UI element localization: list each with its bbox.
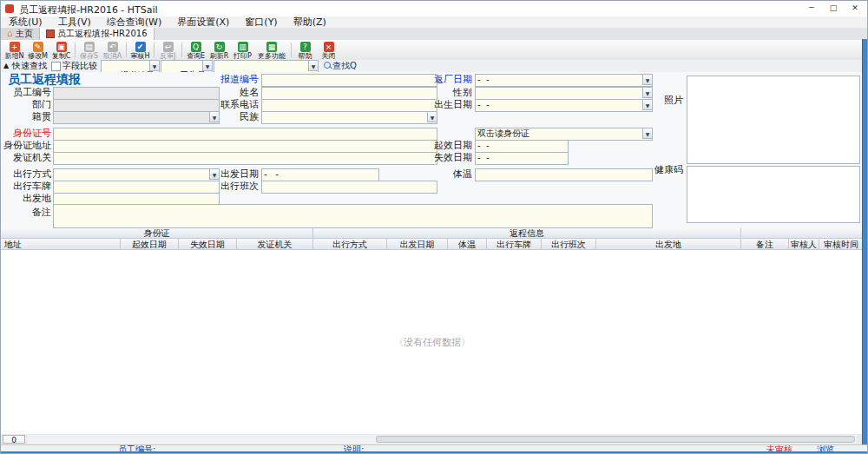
column-header-departure-place[interactable]: 出发地 [596,239,741,250]
valid-to-value: - - [477,153,490,162]
trip-number-label: 出行班次 [201,181,259,192]
chevron-down-icon[interactable]: ▼ [642,74,653,85]
column-header-trip-number[interactable]: 出行班次 [542,239,596,250]
horizontal-scrollbar-thumb[interactable] [376,436,855,443]
valid-from-label: 起效日期 [414,140,472,151]
column-header-valid-from[interactable]: 起效日期 [121,239,179,250]
menu-tools[interactable]: 工具(V) [50,16,99,28]
form-icon [46,30,55,38]
return-date-picker[interactable]: - -▼ [475,74,653,87]
find-button[interactable]: 查找Q [324,61,357,71]
tab-employee-return-label: 员工返程填报-HR2016 [57,28,148,40]
cancel-button[interactable]: ↶ 取消A [101,41,124,59]
chevron-down-icon[interactable]: ▼ [202,60,213,71]
menu-system[interactable]: 系统(U) [1,16,50,28]
column-header-travel-mode[interactable]: 出行方式 [313,239,387,250]
group-header-return-info[interactable]: 返程信息 [313,228,741,239]
unaudit-button[interactable]: ↩ 反审J [156,41,180,59]
column-header-valid-to[interactable]: 失效日期 [179,239,237,250]
print-button[interactable]: ▥ 打印P [231,41,254,59]
column-header-audit-time[interactable]: 审核时间 [819,239,864,250]
vehicle-plate-input[interactable] [53,181,220,194]
departure-date-input[interactable]: - - [261,168,379,181]
column-header-departure-date[interactable]: 出发日期 [387,239,448,250]
health-code-box[interactable] [687,166,860,223]
chevron-down-icon[interactable]: ▼ [427,111,437,122]
audit-button[interactable]: ✔ 审核H [128,41,152,59]
toolbar-separator [291,43,292,57]
employee-no-input [53,87,220,100]
query-button[interactable]: Q 查询E [184,41,207,59]
grid-body[interactable]: 〈没有任何数据〉 [1,250,864,435]
remarks-textarea[interactable] [53,204,653,228]
horizontal-scrollbar[interactable] [27,435,857,444]
compare-checkbox-label: 字段比较 [62,61,97,71]
vehicle-plate-label: 出行车牌 [1,181,51,192]
tab-home[interactable]: ⌂ 主页 [1,28,40,40]
id-number-input[interactable] [53,128,437,141]
return-date-value: - - [477,75,490,84]
remarks-label: 备注 [1,207,51,218]
new-button[interactable]: + 新增N [3,41,26,59]
minimize-button[interactable]: ─ [801,2,822,15]
print-button-label: 打印P [231,52,254,60]
chevron-down-icon[interactable]: ▼ [308,60,319,71]
help-button[interactable]: ? 帮助 [293,41,317,59]
ethnicity-select[interactable]: ▼ [261,111,437,124]
toolbar-separator [181,43,182,57]
id-address-label: 身份证地址 [1,140,51,151]
chevron-down-icon[interactable]: ▼ [642,128,653,139]
save-icon: ▤ [84,42,95,52]
gender-select[interactable]: ▼ [475,87,653,100]
trip-number-input[interactable] [261,181,437,194]
search-operator-combo[interactable]: 开头是 ▼ [161,60,213,73]
vertical-scrollbar[interactable] [862,39,867,444]
menu-ui-settings[interactable]: 界面设置(X) [169,16,237,28]
temperature-label: 体温 [414,168,472,180]
departure-place-label: 出发地 [1,193,51,204]
search-field-combo[interactable]: 报道编号 ▼ [101,60,160,73]
temperature-input[interactable] [475,168,653,181]
group-header-idcard[interactable]: 身份证 [1,228,313,239]
menu-help[interactable]: 帮助(Z) [286,16,334,28]
tabbar: ⌂ 主页 员工返程填报-HR2016 [1,28,867,41]
chevron-down-icon[interactable]: ▼ [149,60,160,71]
report-no-input[interactable] [261,74,437,87]
id-address-input[interactable] [53,140,437,153]
menu-window[interactable]: 窗口(Y) [237,16,285,28]
name-label: 姓名 [201,87,259,98]
save-button-label: 保存S [77,52,101,60]
save-button[interactable]: ▤ 保存S [77,41,101,59]
column-header-temperature[interactable]: 体温 [448,239,487,250]
close-form-button[interactable]: × 关闭 [317,41,340,59]
id-reader-select[interactable]: 双击读身份证▼ [475,128,653,141]
name-input[interactable] [261,87,437,100]
search-value-combo[interactable]: ▼ [214,60,319,73]
more-functions-icon: ▦ [266,42,277,52]
birth-date-picker[interactable]: - -▼ [475,99,653,112]
close-button[interactable]: ✕ [845,2,865,15]
column-header-remarks[interactable]: 备注 [741,239,789,250]
menu-comprehensive-query[interactable]: 综合查询(W) [99,16,169,28]
refresh-button[interactable]: ↻ 刷新R [207,41,231,59]
column-header-auditor[interactable]: 审核人 [789,239,819,250]
column-header-issuing-authority[interactable]: 发证机关 [237,239,313,250]
compare-checkbox[interactable] [51,62,61,71]
copy-button[interactable]: ▣ 复制C [49,41,73,59]
group-header-blank [741,228,864,239]
collapse-icon[interactable]: ▲ [3,61,9,71]
phone-input[interactable] [261,99,437,112]
titlebar: 员工返程填报-HR2016 - HTSail ─ □ ✕ [1,1,867,17]
more-functions-button[interactable]: ▦ 更多功能 [254,41,289,59]
travel-mode-select[interactable]: ▼ [53,168,220,181]
edit-button[interactable]: ✎ 修改M [26,41,49,59]
column-header-address[interactable]: 地址 [1,239,121,250]
new-icon: + [10,42,20,52]
valid-from-date[interactable]: - - [475,140,569,153]
issuing-authority-input[interactable] [53,152,437,165]
valid-to-date[interactable]: - - [475,152,569,165]
photo-box[interactable] [687,76,860,164]
column-header-vehicle-plate[interactable]: 出行车牌 [487,239,542,250]
tab-employee-return[interactable]: 员工返程填报-HR2016 [40,28,155,40]
maximize-button[interactable]: □ [823,2,844,15]
